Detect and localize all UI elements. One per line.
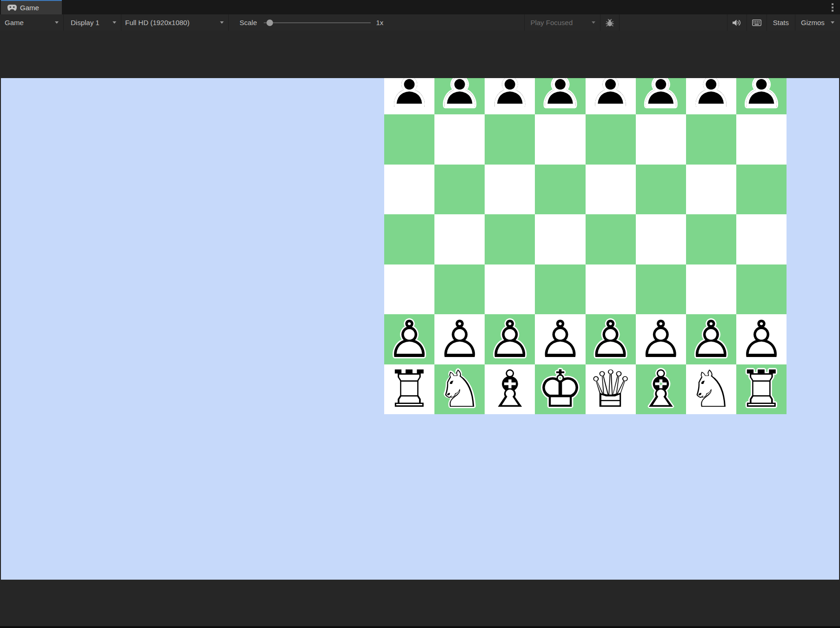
kebab-menu-icon[interactable] [829, 3, 836, 12]
board-square[interactable] [384, 165, 434, 215]
board-square[interactable]: ♝♗ [636, 364, 686, 415]
white-pawn[interactable]: ♟♙ [485, 314, 535, 364]
board-square[interactable] [535, 214, 585, 264]
board-square[interactable] [686, 264, 736, 315]
board-square[interactable]: ♟♙ [736, 78, 787, 114]
speaker-icon[interactable] [727, 14, 747, 31]
game-view-toolbar: Game Display 1 Full HD (1920x1080) Scale… [0, 14, 840, 31]
board-square[interactable] [636, 264, 686, 315]
board-square[interactable]: ♟♙ [485, 314, 535, 364]
white-pawn[interactable]: ♟♙ [636, 314, 686, 364]
board-square[interactable] [636, 214, 686, 264]
white-pawn[interactable]: ♟♙ [586, 314, 636, 364]
board-square[interactable] [736, 214, 787, 264]
board-square[interactable]: ♟♙ [384, 78, 434, 114]
keyboard-icon[interactable] [747, 14, 767, 31]
board-square[interactable]: ♟♙ [485, 78, 535, 114]
board-square[interactable]: ♟♙ [686, 78, 736, 114]
board-square[interactable] [535, 264, 585, 315]
board-square[interactable]: ♜♖ [384, 364, 434, 415]
black-pawn[interactable]: ♟♙ [686, 78, 736, 114]
board-square[interactable]: ♟♙ [384, 314, 434, 364]
board-square[interactable] [636, 165, 686, 215]
board-square[interactable] [686, 165, 736, 215]
board-square[interactable]: ♟♙ [636, 314, 686, 364]
scale-slider-track[interactable] [264, 22, 371, 23]
white-rook[interactable]: ♜♖ [736, 364, 787, 415]
board-square[interactable] [485, 114, 535, 165]
board-square[interactable] [485, 214, 535, 264]
game-view-dropdown[interactable]: Game [0, 14, 64, 31]
board-square[interactable] [686, 214, 736, 264]
board-square[interactable] [535, 114, 585, 165]
board-square[interactable]: ♚♔ [535, 364, 585, 415]
board-square[interactable] [485, 165, 535, 215]
white-king[interactable]: ♚♔ [535, 364, 585, 415]
game-render-area[interactable]: ♜♖♞♘♝♗♚♔♛♕♝♗♞♘♜♖♟♙♟♙♟♙♟♙♟♙♟♙♟♙♟♙♟♙♟♙♟♙♟♙… [1, 78, 839, 580]
black-pawn[interactable]: ♟♙ [434, 78, 485, 114]
board-square[interactable]: ♟♙ [586, 314, 636, 364]
board-square[interactable] [586, 214, 636, 264]
board-square[interactable]: ♞♘ [686, 364, 736, 415]
white-pawn[interactable]: ♟♙ [384, 314, 434, 364]
board-square[interactable] [434, 214, 485, 264]
white-bishop[interactable]: ♝♗ [636, 364, 686, 415]
play-focused-dropdown[interactable]: Play Focused [524, 14, 600, 31]
white-pawn[interactable]: ♟♙ [434, 314, 485, 364]
board-square[interactable] [636, 114, 686, 165]
board-square[interactable]: ♟♙ [434, 314, 485, 364]
board-square[interactable] [736, 264, 787, 315]
white-rook[interactable]: ♜♖ [384, 364, 434, 415]
tab-game[interactable]: Game [1, 0, 62, 14]
white-knight[interactable]: ♞♘ [434, 364, 485, 415]
board-square[interactable] [736, 114, 787, 165]
board-square[interactable] [686, 114, 736, 165]
board-square[interactable] [736, 165, 787, 215]
board-square[interactable]: ♝♗ [485, 364, 535, 415]
board-square[interactable] [535, 165, 585, 215]
white-pawn[interactable]: ♟♙ [686, 314, 736, 364]
black-pawn[interactable]: ♟♙ [535, 78, 585, 114]
board-square[interactable]: ♟♙ [636, 78, 686, 114]
board-square[interactable] [434, 114, 485, 165]
board-square[interactable] [434, 165, 485, 215]
white-pawn[interactable]: ♟♙ [736, 314, 787, 364]
chess-board: ♜♖♞♘♝♗♚♔♛♕♝♗♞♘♜♖♟♙♟♙♟♙♟♙♟♙♟♙♟♙♟♙♟♙♟♙♟♙♟♙… [384, 78, 787, 414]
white-knight[interactable]: ♞♘ [686, 364, 736, 415]
white-queen[interactable]: ♛♕ [586, 364, 636, 415]
black-pawn[interactable]: ♟♙ [485, 78, 535, 114]
black-pawn[interactable]: ♟♙ [736, 78, 787, 114]
board-square[interactable]: ♞♘ [434, 364, 485, 415]
board-square[interactable]: ♜♖ [736, 364, 787, 415]
board-square[interactable]: ♟♙ [736, 314, 787, 364]
board-square[interactable]: ♟♙ [586, 78, 636, 114]
board-square[interactable] [586, 114, 636, 165]
black-pawn[interactable]: ♟♙ [384, 78, 434, 114]
board-square[interactable]: ♛♕ [586, 364, 636, 415]
board-square[interactable] [384, 114, 434, 165]
white-pawn[interactable]: ♟♙ [535, 314, 585, 364]
resolution-dropdown[interactable]: Full HD (1920x1080) [121, 14, 229, 31]
board-square[interactable]: ♟♙ [434, 78, 485, 114]
stats-button[interactable]: Stats [767, 14, 795, 31]
display-dropdown[interactable]: Display 1 [64, 14, 121, 31]
gizmos-dropdown[interactable]: Gizmos [795, 14, 840, 31]
board-square[interactable] [384, 214, 434, 264]
board-square[interactable]: ♟♙ [535, 314, 585, 364]
black-pawn[interactable]: ♟♙ [636, 78, 686, 114]
board-square[interactable] [586, 165, 636, 215]
white-bishop[interactable]: ♝♗ [485, 364, 535, 415]
bug-icon[interactable] [600, 14, 620, 31]
scale-slider[interactable] [264, 20, 371, 26]
game-view-content: ♜♖♞♘♝♗♚♔♛♕♝♗♞♘♜♖♟♙♟♙♟♙♟♙♟♙♟♙♟♙♟♙♟♙♟♙♟♙♟♙… [0, 31, 840, 626]
chevron-down-icon [55, 21, 59, 24]
chevron-down-icon [220, 21, 224, 24]
black-pawn[interactable]: ♟♙ [586, 78, 636, 114]
board-square[interactable] [485, 264, 535, 315]
board-square[interactable] [586, 264, 636, 315]
board-square[interactable]: ♟♙ [535, 78, 585, 114]
board-square[interactable]: ♟♙ [686, 314, 736, 364]
board-square[interactable] [384, 264, 434, 315]
board-square[interactable] [434, 264, 485, 315]
scale-slider-knob[interactable] [267, 20, 273, 26]
